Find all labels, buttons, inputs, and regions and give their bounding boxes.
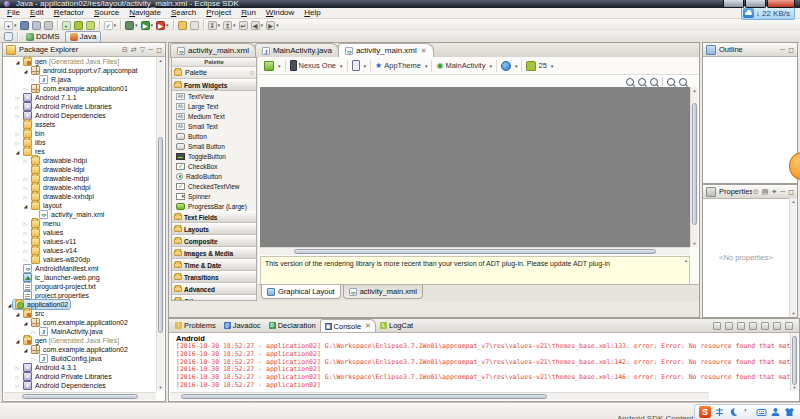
palette-category-advanced[interactable]: Advanced xyxy=(172,283,256,295)
tree-row[interactable]: ◢android.support.v7.appcompat xyxy=(4,66,156,75)
palette-item-checkedtextview[interactable]: CheckedTextView xyxy=(172,181,256,191)
filter-properties-icon[interactable]: ✦ xyxy=(771,188,777,195)
tree-row[interactable]: ◢com.example.application02 xyxy=(4,318,156,327)
tree-expanded-icon[interactable]: ◢ xyxy=(14,149,21,155)
activity-select[interactable]: ◉MainActivity▾ xyxy=(433,61,495,70)
editor-tab-mainactivity-java[interactable]: MainActivity.java xyxy=(255,43,339,57)
tree-row[interactable]: ▷values-v14 xyxy=(4,246,156,255)
perspective-java[interactable]: Java xyxy=(65,31,102,43)
dropdown-arrow-icon[interactable]: ▾ xyxy=(166,22,169,28)
package-explorer-hscrollbar[interactable] xyxy=(4,392,156,400)
tree-collapsed-icon[interactable]: ▷ xyxy=(30,356,37,362)
tree-row[interactable]: drawable-ldpi xyxy=(4,165,156,174)
zoom-real-size-button[interactable] xyxy=(638,78,646,86)
palette-category-form-widgets[interactable]: Form Widgets xyxy=(172,79,256,91)
tree-collapsed-icon[interactable]: ▷ xyxy=(22,257,29,263)
locale-select[interactable]: ▾ xyxy=(498,61,521,71)
save-all-button[interactable] xyxy=(31,20,42,31)
tree-item-mainactivity-java[interactable]: MainActivity.java xyxy=(37,327,105,336)
properties-header[interactable]: Properties ⊙▤✦─◻ xyxy=(703,185,797,199)
tree-row[interactable]: ▷Android Dependencies xyxy=(4,381,156,390)
tree-item-androidmanifest-xml[interactable]: AndroidManifest.xml xyxy=(21,264,100,273)
tree-item-android-support-v7-appcompat[interactable]: android.support.v7.appcompat xyxy=(29,66,140,75)
maximize-view-icon[interactable]: ◻ xyxy=(788,188,794,195)
tree-collapsed-icon[interactable]: ▷ xyxy=(14,383,21,389)
dropdown-arrow-icon[interactable]: ▾ xyxy=(551,63,554,69)
tree-collapsed-icon[interactable]: ▷ xyxy=(30,329,37,335)
tree-collapsed-icon[interactable]: ▷ xyxy=(22,248,29,254)
console-vscrollbar[interactable]: ▲▼ xyxy=(790,333,798,391)
warning-scroll-up-icon[interactable]: ▲ xyxy=(684,258,688,263)
dropdown-arrow-icon[interactable]: ▾ xyxy=(218,22,221,28)
dropdown-arrow-icon[interactable]: ▾ xyxy=(278,63,281,69)
open-console-button[interactable] xyxy=(761,322,769,330)
maximize-button[interactable] xyxy=(745,0,766,8)
tree-collapsed-icon[interactable]: ▷ xyxy=(14,131,21,137)
tree-row[interactable]: ▷Android 4.3.1 xyxy=(4,363,156,372)
minimize-view-button[interactable] xyxy=(773,322,781,330)
close-button[interactable] xyxy=(767,0,795,8)
tree-collapsed-icon[interactable]: ▷ xyxy=(14,113,21,119)
palette-category-text-fields[interactable]: Text Fields xyxy=(172,211,256,223)
tree-collapsed-icon[interactable]: ▷ xyxy=(22,194,29,200)
dropdown-arrow-icon[interactable]: ▾ xyxy=(364,63,367,69)
configuration-select[interactable]: ▾ xyxy=(261,61,284,71)
punctuation-icon[interactable]: ’ xyxy=(742,407,753,417)
console-tab-console[interactable]: ▣Console✕ xyxy=(320,319,376,332)
tree-row[interactable]: ▷drawable-mdpi xyxy=(4,174,156,183)
tree-collapsed-icon[interactable]: ▷ xyxy=(14,374,21,380)
tree-row[interactable]: ▷values-w820dp xyxy=(4,255,156,264)
tree-item-drawable-mdpi[interactable]: drawable-mdpi xyxy=(29,174,91,183)
outline-header[interactable]: Outline ─◻ xyxy=(703,43,797,57)
close-tab-icon[interactable]: ✕ xyxy=(421,47,427,55)
palette-item-large-text[interactable]: Large Text xyxy=(172,101,256,111)
search-button[interactable] xyxy=(189,20,200,31)
tree-row[interactable]: ▷values xyxy=(4,228,156,237)
tree-item-activity-main-xml[interactable]: activity_main.xml xyxy=(37,210,106,219)
tree-collapsed-icon[interactable]: ▷ xyxy=(22,185,29,191)
tree-row[interactable]: ◢src xyxy=(4,309,156,318)
back-button[interactable]: ◀▾ xyxy=(250,20,265,31)
tree-row[interactable]: ◢res xyxy=(4,147,156,156)
tree-expanded-icon[interactable]: ◢ xyxy=(22,320,29,326)
tree-collapsed-icon[interactable]: ▷ xyxy=(14,95,21,101)
dropdown-arrow-icon[interactable]: ▾ xyxy=(135,22,138,28)
tree-expanded-icon[interactable]: ◢ xyxy=(14,311,21,317)
tree-item-src[interactable]: src xyxy=(21,309,46,318)
palette-category-transitions[interactable]: Transitions xyxy=(172,271,256,283)
debug-button[interactable]: ▾ xyxy=(124,20,139,31)
tree-row[interactable]: ▷drawable-hdpi xyxy=(4,156,156,165)
tree-row[interactable]: ▷Android 7.1.1 xyxy=(4,93,156,102)
palette-category-images-media[interactable]: Images & Media xyxy=(172,247,256,259)
tree-expanded-icon[interactable]: ◢ xyxy=(14,59,21,65)
tree-collapsed-icon[interactable]: ▷ xyxy=(22,158,29,164)
tree-row[interactable]: ◢layout xyxy=(4,201,156,210)
perspective-ddms[interactable]: DDMS xyxy=(21,31,65,43)
tree-row[interactable]: ▷values-v11 xyxy=(4,237,156,246)
tree-row[interactable]: ◢com.example.application02 xyxy=(4,345,156,354)
tree-row[interactable]: ▷R.java xyxy=(4,75,156,84)
previous-annotation-button[interactable]: ↥▾ xyxy=(222,20,237,31)
tree-expanded-icon[interactable]: ◢ xyxy=(6,302,13,308)
tree-collapsed-icon[interactable]: ▷ xyxy=(22,239,29,245)
view-menu-icon[interactable]: ▽ xyxy=(140,46,145,53)
tree-expanded-icon[interactable]: ◢ xyxy=(22,68,29,74)
person-icon[interactable] xyxy=(770,407,781,417)
forward-button[interactable]: ▶▾ xyxy=(265,20,280,31)
menu-help[interactable]: Help xyxy=(299,8,325,18)
tree-collapsed-icon[interactable]: ▷ xyxy=(22,176,29,182)
dropdown-arrow-icon[interactable]: ▾ xyxy=(151,22,154,28)
palette-item-radiobutton[interactable]: RadioButton xyxy=(172,171,256,181)
minimize-view-icon[interactable]: ─ xyxy=(780,46,785,53)
ime-toolbar[interactable]: S ’ xyxy=(694,404,800,419)
zoom-out-button[interactable] xyxy=(650,78,658,86)
layout-canvas[interactable] xyxy=(260,87,690,247)
menu-navigate[interactable]: Navigate xyxy=(124,8,166,18)
dropdown-arrow-icon[interactable]: ▾ xyxy=(515,63,518,69)
palette-category-composite[interactable]: Composite xyxy=(172,235,256,247)
menu-refactor[interactable]: Refactor xyxy=(49,8,89,18)
tree-item-project-properties[interactable]: project.properties xyxy=(21,291,91,300)
package-explorer-header[interactable]: Package Explorer ⊟⇄▽─◻ xyxy=(3,43,165,57)
collapse-all-icon[interactable]: ⊟ xyxy=(122,46,128,53)
tree-row[interactable]: ◢gen[Generated Java Files] xyxy=(4,336,156,345)
